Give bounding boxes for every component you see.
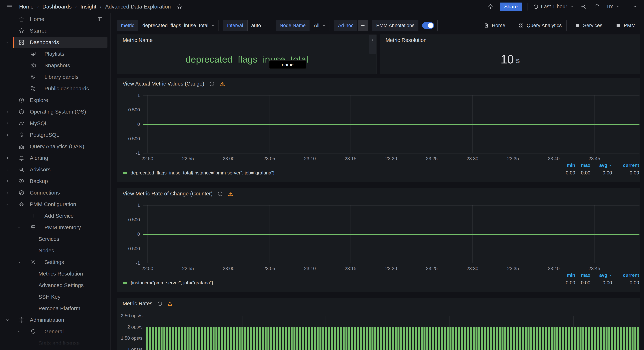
legend-sort-min[interactable]: min	[559, 272, 575, 278]
time-range-picker[interactable]: Last 1 hour	[533, 4, 574, 10]
chevron-right-icon[interactable]	[5, 190, 10, 195]
x-tick-label: 22:50	[135, 156, 160, 161]
breadcrumb-item-home[interactable]: Home	[19, 4, 34, 10]
variable-value-metric[interactable]: deprecated_flags_inuse_total	[139, 20, 219, 31]
chevron-right-icon[interactable]	[5, 156, 10, 160]
sidebar-item-advisors[interactable]: Advisors	[0, 164, 110, 175]
dashboard-settings-button[interactable]	[486, 3, 494, 11]
legend-color-swatch[interactable]	[122, 282, 127, 284]
chevron-down-icon[interactable]	[5, 202, 10, 207]
legend-sort-current[interactable]: current	[612, 163, 639, 168]
sidebar-item-general[interactable]: General	[0, 326, 110, 337]
breadcrumb-item-insight[interactable]: Insight	[80, 4, 96, 10]
sidebar-item-add-service[interactable]: Add Service	[0, 210, 110, 222]
pmm-annotations-toggle[interactable]	[419, 20, 438, 31]
sidebar-item-mysql[interactable]: MySQL	[0, 118, 110, 129]
zoom-out-button[interactable]	[580, 3, 588, 11]
sidebar-item-playlists[interactable]: Playlists	[0, 48, 110, 60]
legend-color-swatch[interactable]	[122, 172, 127, 174]
info-circle-icon[interactable]	[217, 191, 223, 197]
sidebar-item-dashboards[interactable]: Dashboards	[0, 37, 110, 48]
legend-series-name[interactable]: {instance="pmm-server", job="grafana"}	[130, 280, 213, 286]
chevron-right-icon[interactable]	[5, 133, 10, 137]
chevron-down-icon[interactable]	[5, 40, 10, 45]
variable-value-node-name[interactable]: All	[310, 20, 330, 31]
star-icon-wrap	[18, 28, 24, 34]
nav-button-label: PMM	[624, 23, 636, 28]
legend-sort-avg[interactable]: avg	[590, 163, 612, 168]
sidebar-item-home[interactable]: Home	[0, 13, 110, 25]
variable-label-interval: Interval	[223, 20, 247, 31]
legend-sort-avg[interactable]: avg	[590, 272, 612, 278]
nav-button-home[interactable]: Home	[479, 20, 510, 31]
warning-triangle-icon[interactable]	[220, 81, 225, 87]
breadcrumb: Home›Dashboards›Insight›Advanced Data Ex…	[19, 4, 171, 10]
sidebar-item-library-panels[interactable]: Library panels	[0, 71, 110, 83]
list-icon	[575, 23, 580, 28]
sidebar-item-percona-platform[interactable]: Percona Platform	[0, 303, 110, 314]
sidebar-item-settings[interactable]: Settings	[0, 256, 110, 268]
history-icon	[18, 178, 24, 184]
x-tick-label: 23:00	[216, 156, 241, 161]
nav-button-pmm[interactable]: PMM	[611, 20, 640, 31]
legend-series-name[interactable]: deprecated_flags_inuse_total{instance="p…	[130, 170, 274, 176]
favorite-star-button[interactable]	[176, 3, 184, 11]
sidebar-item-public-dashboards[interactable]: Public dashboards	[0, 83, 110, 94]
sidebar-item-query-analytics-qan[interactable]: Query Analytics (QAN)	[0, 141, 110, 152]
warning-triangle-icon[interactable]	[167, 301, 173, 306]
sidebar-item-alerting[interactable]: Alerting	[0, 152, 110, 164]
sidebar-item-pmm-inventory[interactable]: PMM Inventory	[0, 222, 110, 233]
sidebar-item-backup[interactable]: Backup	[0, 175, 110, 187]
collapse-controls-button[interactable]	[631, 3, 639, 11]
advisors-icon-wrap	[18, 167, 24, 173]
breadcrumb-item-dashboards[interactable]: Dashboards	[42, 4, 72, 10]
bar-chart-icon	[18, 143, 24, 150]
submenu-indent-line	[20, 303, 20, 314]
sidebar-item-snapshots[interactable]: Snapshots	[0, 60, 110, 71]
legend-sort-current[interactable]: current	[612, 272, 639, 278]
chevron-down-icon[interactable]	[5, 318, 10, 322]
nav-button-services[interactable]: Services	[570, 20, 607, 31]
chevron-right-icon[interactable]	[5, 121, 10, 126]
sidebar-item-ssh-key[interactable]: SSH Key	[0, 291, 110, 303]
chevron-right-icon[interactable]	[5, 167, 10, 172]
legend-stat-value: 0.00	[575, 280, 590, 286]
sidebar-item-starred[interactable]: Starred	[0, 25, 110, 37]
chevron-right-icon[interactable]	[5, 179, 10, 183]
pmm-annotations-label: PMM Annotations	[372, 20, 418, 31]
nav-button-query-analytics[interactable]: Query Analytics	[514, 20, 567, 31]
sidebar-item-postgresql[interactable]: PostgreSQL	[0, 129, 110, 141]
legend-sort-max[interactable]: max	[575, 272, 590, 278]
chevron-down-icon[interactable]	[17, 225, 22, 230]
dock-sidebar-button[interactable]	[97, 17, 103, 22]
refresh-button[interactable]	[593, 3, 601, 11]
chevron-down-icon	[17, 260, 22, 264]
info-circle-icon[interactable]	[209, 81, 215, 87]
sidebar-item-metrics-resolution[interactable]: Metrics Resolution	[0, 268, 110, 279]
refresh-interval-label: 1m	[606, 4, 614, 10]
legend-sort-max[interactable]: max	[575, 163, 590, 168]
chevron-down-icon[interactable]	[17, 260, 22, 264]
add-adhoc-filter-button[interactable]	[358, 20, 368, 31]
sidebar-item-administration[interactable]: Administration	[0, 314, 110, 326]
menu-toggle-button[interactable]	[6, 3, 14, 11]
sidebar-item-connections[interactable]: Connections	[0, 187, 110, 198]
sidebar-item-pmm-configuration[interactable]: PMM Configuration	[0, 198, 110, 210]
breadcrumb-item-advanced-data-exploration[interactable]: Advanced Data Exploration	[105, 4, 171, 10]
x-tick-label: 23:25	[419, 156, 444, 161]
chevron-right-icon[interactable]	[5, 109, 10, 114]
share-button[interactable]: Share	[500, 3, 522, 11]
sidebar-item-advanced-settings[interactable]: Advanced Settings	[0, 279, 110, 291]
sidebar-item-services[interactable]: Services	[0, 233, 110, 245]
variable-value-interval[interactable]: auto	[248, 20, 272, 31]
sidebar-item-nodes[interactable]: Nodes	[0, 245, 110, 256]
chevron-down-icon[interactable]	[17, 329, 22, 334]
sidebar-item-explore[interactable]: Explore	[0, 94, 110, 106]
sidebar-item-operating-system-os[interactable]: Operating System (OS)	[0, 106, 110, 118]
refresh-interval-picker[interactable]: 1m	[606, 4, 620, 10]
info-circle-icon[interactable]	[157, 301, 162, 306]
sidebar-item-stats-and-license[interactable]: Stats and license	[0, 337, 110, 349]
legend-sort-min[interactable]: min	[559, 163, 575, 168]
warning-triangle-icon[interactable]	[228, 191, 234, 197]
row-highlight	[13, 25, 108, 36]
